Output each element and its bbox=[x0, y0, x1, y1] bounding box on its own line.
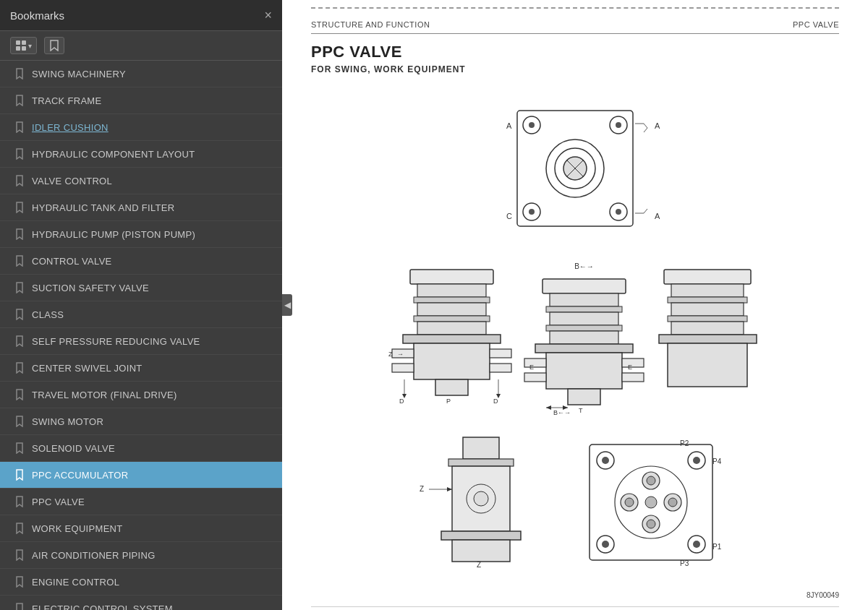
sidebar-item-ppc-accumulator[interactable]: PPC ACCUMULATOR bbox=[0, 462, 282, 489]
bookmark-icon bbox=[14, 201, 25, 214]
sidebar-item-air-conditioner-piping[interactable]: AIR CONDITIONER PIPING bbox=[0, 542, 282, 569]
sidebar-item-label: SUCTION SAFETY VALVE bbox=[32, 283, 149, 293]
svg-rect-76 bbox=[668, 343, 747, 387]
svg-rect-60 bbox=[622, 373, 644, 382]
svg-point-102 bbox=[647, 476, 655, 485]
sidebar-item-label: IDLER CUSHION bbox=[32, 122, 109, 133]
svg-rect-59 bbox=[622, 358, 644, 367]
sidebar-item-travel-motor[interactable]: TRAVEL MOTOR (FINAL DRIVE) bbox=[0, 382, 282, 408]
svg-rect-33 bbox=[403, 335, 501, 343]
svg-point-96 bbox=[693, 541, 700, 548]
svg-rect-39 bbox=[435, 379, 468, 395]
bookmark-icon bbox=[14, 228, 25, 241]
sidebar-item-class[interactable]: CLASS bbox=[0, 301, 282, 328]
bookmark-icon bbox=[14, 67, 25, 80]
svg-text:C: C bbox=[506, 212, 512, 220]
sidebar-item-solenoid-valve[interactable]: SOLENOID VALVE bbox=[0, 435, 282, 462]
svg-rect-69 bbox=[664, 270, 751, 284]
svg-rect-32 bbox=[417, 322, 486, 335]
svg-rect-72 bbox=[671, 303, 744, 316]
svg-text:A: A bbox=[655, 212, 660, 220]
svg-text:P: P bbox=[446, 398, 451, 405]
svg-text:Z: Z bbox=[477, 561, 481, 569]
svg-rect-70 bbox=[671, 284, 744, 297]
bookmark-icon bbox=[14, 254, 25, 267]
svg-text:Z: Z bbox=[388, 351, 393, 358]
bookmark-icon bbox=[14, 468, 25, 481]
bookmark-icon bbox=[14, 388, 25, 401]
sidebar-item-label: SWING MACHINERY bbox=[32, 69, 126, 80]
svg-rect-30 bbox=[417, 303, 486, 316]
bookmark-icon bbox=[14, 602, 25, 610]
bookmark-icon bbox=[14, 121, 25, 134]
sidebar-item-label: TRAVEL MOTOR (FINAL DRIVE) bbox=[32, 390, 177, 400]
svg-text:E: E bbox=[628, 364, 632, 371]
bookmark-icon bbox=[14, 549, 25, 562]
doc-subtitle: FOR SWING, WORK EQUIPMENT bbox=[311, 64, 839, 74]
svg-rect-31 bbox=[414, 316, 490, 322]
svg-rect-58 bbox=[524, 373, 546, 382]
sidebar-item-hydraulic-tank-filter[interactable]: HYDRAULIC TANK AND FILTER bbox=[0, 194, 282, 221]
svg-line-24 bbox=[644, 128, 647, 132]
sidebar-item-swing-machinery[interactable]: SWING MACHINERY bbox=[0, 61, 282, 87]
sidebar-item-ppc-valve[interactable]: PPC VALVE bbox=[0, 489, 282, 515]
bookmark-list: SWING MACHINERYTRACK FRAMEIDLER CUSHIONH… bbox=[0, 61, 282, 610]
sidebar: Bookmarks × ▾ SWING MACHINERYTRACK FRAME… bbox=[0, 0, 282, 610]
sidebar-item-suction-safety-valve[interactable]: SUCTION SAFETY VALVE bbox=[0, 275, 282, 301]
svg-rect-77 bbox=[463, 437, 499, 459]
svg-rect-49 bbox=[542, 279, 626, 293]
svg-rect-75 bbox=[659, 335, 757, 343]
sidebar-item-hydraulic-pump[interactable]: HYDRAULIC PUMP (PISTON PUMP) bbox=[0, 221, 282, 248]
sidebar-item-self-pressure-reducing-valve[interactable]: SELF PRESSURE REDUCING VALVE bbox=[0, 328, 282, 355]
svg-rect-38 bbox=[490, 364, 511, 372]
sidebar-item-idler-cushion[interactable]: IDLER CUSHION bbox=[0, 114, 282, 141]
close-button[interactable]: × bbox=[264, 9, 272, 22]
sidebar-item-engine-control[interactable]: ENGINE CONTROL bbox=[0, 569, 282, 596]
sidebar-item-work-equipment[interactable]: WORK EQUIPMENT bbox=[0, 515, 282, 542]
sidebar-item-center-swivel-joint[interactable]: CENTER SWIVEL JOINT bbox=[0, 355, 282, 382]
sidebar-item-valve-control[interactable]: VALVE CONTROL bbox=[0, 168, 282, 194]
bookmark-view-button[interactable] bbox=[44, 37, 64, 54]
main-content: STRUCTURE AND FUNCTION PPC VALVE PPC VAL… bbox=[282, 0, 868, 610]
sidebar-item-label: CLASS bbox=[32, 309, 64, 320]
svg-line-23 bbox=[644, 124, 647, 128]
sidebar-item-control-valve[interactable]: CONTROL VALVE bbox=[0, 248, 282, 275]
page-label: PPC VALVE bbox=[793, 20, 839, 29]
doc-header: STRUCTURE AND FUNCTION PPC VALVE bbox=[311, 20, 839, 34]
svg-rect-80 bbox=[441, 531, 521, 540]
bookmark-icon bbox=[14, 361, 25, 374]
collapse-sidebar-button[interactable]: ◀ bbox=[282, 294, 292, 316]
bookmark-icon bbox=[14, 147, 25, 160]
svg-text:P4: P4 bbox=[712, 458, 722, 465]
sidebar-item-label: SOLENOID VALVE bbox=[32, 443, 115, 454]
bookmark-icon bbox=[14, 308, 25, 321]
legend-area: P: From main pumpP1: Left : Arm OUT/Righ… bbox=[311, 606, 839, 610]
svg-point-11 bbox=[529, 209, 535, 215]
svg-text:P2: P2 bbox=[680, 439, 689, 447]
svg-rect-1 bbox=[22, 40, 26, 45]
sidebar-item-swing-motor[interactable]: SWING MOTOR bbox=[0, 408, 282, 435]
bookmark-icon bbox=[14, 442, 25, 455]
bottom-left-diagram: Z Z bbox=[416, 434, 546, 574]
diagram-row-1: A A C A bbox=[481, 89, 669, 248]
svg-rect-51 bbox=[546, 306, 622, 312]
svg-rect-78 bbox=[448, 459, 514, 466]
svg-rect-71 bbox=[668, 297, 747, 303]
svg-rect-73 bbox=[668, 316, 747, 322]
sidebar-item-label: TRACK FRAME bbox=[32, 95, 101, 106]
sidebar-item-hydraulic-component-layout[interactable]: HYDRAULIC COMPONENT LAYOUT bbox=[0, 141, 282, 168]
grid-view-button[interactable]: ▾ bbox=[10, 37, 37, 54]
sidebar-item-label: CONTROL VALVE bbox=[32, 256, 112, 267]
sidebar-toolbar: ▾ bbox=[0, 31, 282, 61]
svg-text:P3: P3 bbox=[680, 559, 689, 567]
sidebar-header: Bookmarks × bbox=[0, 0, 282, 31]
svg-point-10 bbox=[616, 122, 621, 128]
sidebar-item-label: CENTER SWIVEL JOINT bbox=[32, 363, 142, 374]
sidebar-item-track-frame[interactable]: TRACK FRAME bbox=[0, 87, 282, 114]
bookmark-icon bbox=[14, 94, 25, 107]
svg-rect-54 bbox=[550, 331, 618, 344]
sidebar-item-electric-control-system[interactable]: ELECTRIC CONTROL SYSTEM bbox=[0, 596, 282, 610]
svg-rect-63 bbox=[568, 389, 600, 405]
svg-rect-3 bbox=[22, 46, 26, 51]
svg-rect-50 bbox=[550, 293, 618, 306]
